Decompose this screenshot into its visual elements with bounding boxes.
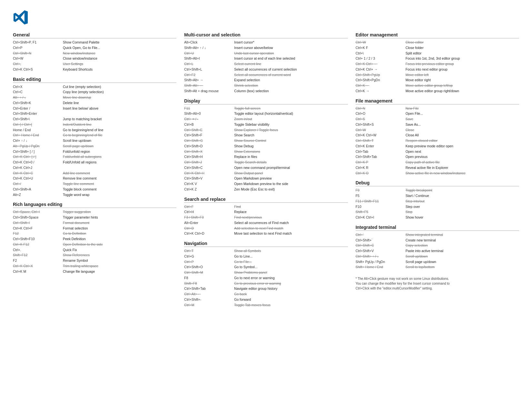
shortcut-row: Ctrl+ 1 / 2 / 3Focus into 1st, 2nd, 3rd … (356, 56, 519, 61)
shortcut-key: Ctrl+ Home / End (13, 133, 63, 138)
shortcut-key: Ctrl+K Ctrl+D (184, 231, 234, 236)
shortcut-row: Ctrl+K Ctrl+ →Focus into next editor gro… (356, 67, 519, 72)
shortcut-desc: Step over (406, 204, 519, 210)
shortcut-desc: Go back (234, 292, 348, 297)
shortcut-desc: Scroll page up/down (63, 144, 176, 149)
shortcut-key: Ctrl+Tab (356, 149, 406, 154)
shortcut-desc: Delete line (63, 101, 176, 106)
shortcut-desc: Close All (406, 133, 519, 138)
content-columns: GeneralCtrl+Shift+P, F1Show Command Pale… (13, 32, 519, 308)
shortcut-row: F10Step over (356, 204, 519, 210)
shortcut-row: Ctrl+Shift+JToggle Search details (184, 160, 348, 165)
shortcut-row: Ctrl+K EnterKeep preview mode editor ope… (356, 144, 519, 149)
shortcut-key: Ctrl+K Ctrl+ → (356, 67, 406, 72)
shortcut-key: Shift+ PgUp / PgDn (356, 259, 406, 265)
shortcut-row: Ctrl+Shift+PgUpMove editor left (356, 73, 519, 78)
shortcut-key: Alt+Click (184, 40, 234, 45)
shortcut-desc: Zen Mode (Esc Esc to exit) (234, 187, 348, 192)
shortcut-key: Alt+Z (13, 192, 63, 198)
shortcut-row: Ctrl+XCut line (empty selection) (13, 84, 176, 90)
shortcut-desc: New File (406, 106, 519, 111)
shortcut-row: Ctrl+K Ctrl+0 /Fold/Unfold all regions (13, 160, 176, 165)
shortcut-key: Ctrl+ ↑ / ↓ (13, 138, 63, 143)
shortcut-key: Ctrl+Shift+PgDn (356, 78, 406, 83)
shortcut-desc: Go to previous error or warning (234, 281, 348, 286)
shortcut-row: Ctrl+K Ctrl+CAdd line comment (13, 171, 176, 176)
shortcut-row: Ctrl+Shift+COpen new command prompt/term… (184, 165, 348, 171)
shortcut-desc: Go to next error or warning (234, 276, 348, 281)
shortcut-key: Ctrl+L (184, 62, 234, 67)
shortcut-key: Ctrl+W (356, 128, 406, 133)
shortcut-key: Ctrl+Shift+Enter (13, 111, 63, 116)
shortcut-desc: Save As... (406, 122, 519, 127)
shortcut-key: Ctrl+K Ctrl+J (13, 165, 63, 171)
shortcut-key: Ctrl+W (356, 40, 406, 45)
shortcut-key: Ctrl+F2 (184, 73, 234, 78)
shortcut-row: Ctrl+WClose editor (356, 40, 519, 45)
shortcut-desc: Go to Line... (234, 254, 348, 259)
shortcut-key: Alt+ ↑ / ↓ (13, 95, 63, 100)
shortcut-row: Ctrl+Shift+ [ / ]Fold/unfold region (13, 149, 176, 154)
shortcut-key: Ctrl+K Ctrl+U (13, 176, 63, 181)
shortcut-key: Ctrl+Shift+D (184, 144, 234, 149)
shortcut-key: Ctrl+K Ctrl+C (13, 171, 63, 176)
shortcut-row: Ctrl+TabOpen next (356, 149, 519, 154)
shortcut-desc: Step into/out (406, 199, 519, 204)
shortcut-row: F2Rename Symbol (13, 258, 176, 263)
shortcut-key: Ctrl+K ← (356, 83, 406, 88)
shortcut-desc: Insert line below/ above (63, 106, 176, 111)
shortcut-desc: Split editor (406, 51, 519, 56)
shortcut-key: Ctrl+Shift+\ (13, 117, 63, 122)
shortcut-desc: Insert cursor* (234, 40, 348, 45)
shortcut-key: Ctrl+F (184, 204, 234, 210)
shortcut-key: Ctrl+Enter / (13, 106, 63, 111)
shortcut-desc: Move editor left (406, 73, 519, 78)
shortcut-key: Ctrl+Shift+A (13, 187, 63, 192)
shortcut-row: Ctrl+Shift+P, F1Show Command Palette (13, 40, 176, 45)
column-2: Multi-cursor and selectionAlt+ClickInser… (184, 32, 355, 308)
shortcut-row: Ctrl+Shift+AToggle block comment (13, 187, 176, 192)
shortcut-key: Ctrl+Shift+I (13, 220, 63, 226)
shortcut-row: Ctrl+K Ctrl+SKeyboard Shortcuts (13, 67, 176, 72)
shortcut-desc: Go to File... (234, 259, 348, 265)
shortcut-key: F11 (184, 106, 234, 111)
shortcut-key: Ctrl+Shift+H (184, 154, 234, 160)
shortcut-row: Ctrl+Shift+EShow Explorer / Toggle focus (184, 128, 348, 133)
shortcut-key: F2 (13, 258, 63, 263)
shortcut-desc: Go to beginning/end of file (63, 133, 176, 138)
shortcut-key: Ctrl+B (184, 122, 234, 127)
shortcut-row: Shift+F8Go to previous error or warning (184, 281, 348, 286)
shortcut-row: Ctrl+K Ctrl+FFormat selection (13, 226, 176, 231)
shortcut-desc: Toggle word wrap (63, 192, 176, 198)
shortcut-key: Ctrl+\ (356, 51, 406, 56)
shortcut-key: Ctrl+K Ctrl+W (356, 133, 406, 138)
section-title-basic-editing: Basic editing (13, 77, 176, 83)
shortcut-row: Ctrl+LSelect current line (184, 62, 348, 67)
shortcut-key: Ctrl+K M (13, 269, 63, 274)
shortcut-key: Alt+ PgUp / PgDn (13, 144, 63, 149)
shortcut-row: Ctrl+HReplace (184, 210, 348, 215)
shortcut-desc: Open File... (406, 111, 519, 116)
shortcut-row: Ctrl+Space, Ctrl+ITrigger suggestion (13, 210, 176, 215)
shortcut-key: Ctrl+ 1 / 2 / 3 (356, 56, 406, 61)
shortcut-desc: Show active file in new window/instance (406, 171, 519, 176)
shortcut-desc: Focus into next editor group (406, 67, 519, 72)
shortcut-desc: Cut line (empty selection) (63, 84, 176, 90)
shortcut-row: Ctrl+ ↑ / ↓Scroll line up/down (13, 138, 176, 143)
shortcut-key: Ctrl+Shift+Tab (356, 154, 406, 160)
header (13, 10, 519, 25)
shortcut-key: Ctrl+Shift+P, F1 (13, 40, 63, 45)
shortcut-key: Ctrl+U (184, 51, 234, 56)
shortcut-desc: Indent/Outdent line (63, 122, 176, 127)
section-title-general: General (13, 32, 176, 38)
shortcut-key: Ctrl+Shift+N (13, 51, 63, 56)
shortcut-key: Shift+F8 (184, 281, 234, 286)
shortcut-row: Ctrl+Shift+-Go forward (184, 297, 348, 302)
shortcut-desc: Rename Symbol (63, 258, 176, 263)
shortcut-key: Ctrl+K Ctrl+S (13, 67, 63, 72)
shortcut-row: Ctrl+ = / -Zoom in/out (184, 117, 348, 122)
shortcut-key: Ctrl+W (13, 56, 63, 61)
shortcut-desc: Close (406, 128, 519, 133)
shortcut-desc: User Settings (63, 62, 176, 67)
shortcut-key: Ctrl+K F (356, 45, 406, 51)
